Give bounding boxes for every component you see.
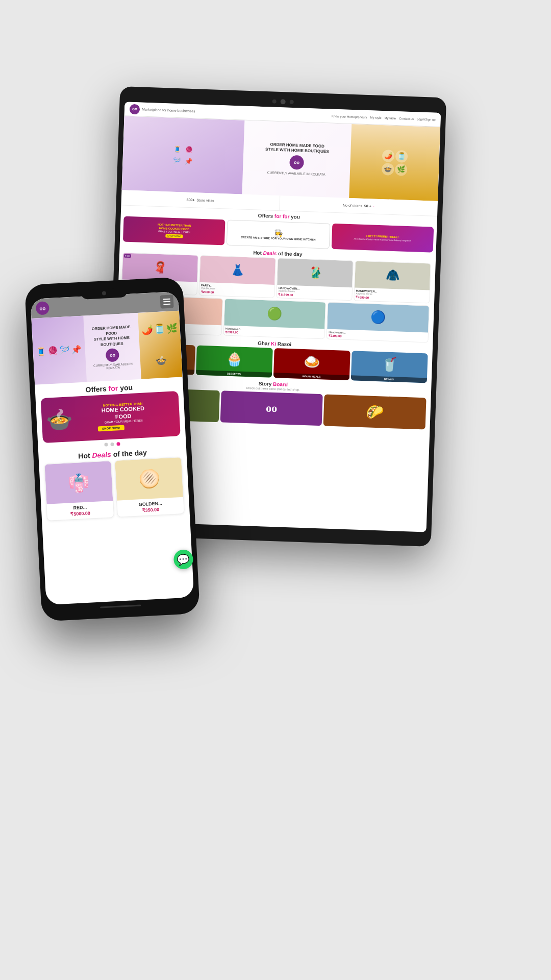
tablet-offer-card-2: 👩‍🍳 CREATE AN E-STORE FOR YOUR OWN HOME … [227,220,330,249]
list-item[interactable]: 🧁 DESSERTS [196,346,273,378]
tablet-story-pre: Story [259,381,272,387]
phone-shell: oo 🧵 🧶 🪡 📌 ORDER HOME MADE FOODSTYLE [24,277,200,621]
phone-hamburger-button[interactable] [160,295,173,308]
tablet-offer-2-icon: 👩‍🍳 [274,229,283,237]
tablet-stat-visits-value: 500+ [186,198,194,202]
tablet-spool-1: 🧵 [172,144,183,155]
phone-spice-1: 🌶️ [141,324,153,336]
story-card-3-icon: 🌮 [366,403,384,421]
tablet-spool-3: 🪡 [171,156,182,166]
tablet-rasoi-ghar: Ghar [258,340,270,347]
phone-offers-post: you [120,383,133,392]
phone-dot-2[interactable] [110,443,114,446]
tablet-spice-4: 🌿 [395,163,408,176]
tablet-story-board: Board [273,381,288,387]
tablet-product-3-img: 🥻 [277,258,353,287]
phone-nav-logo: oo [36,301,49,315]
tablet-rasoi-ki: Ki [271,341,278,347]
phone-spice-2: 🫙 [154,323,165,335]
hamburger-line-2 [163,301,170,303]
tablet-hot-post: of the day [278,251,303,257]
phone-screen: oo 🧵 🧶 🪡 📌 ORDER HOME MADE FOODSTYLE [30,291,194,605]
tablet-offer-3-sub: Advertisement Tools In-Built Business To… [354,237,411,242]
tablet-hero-left: 🧵 🧶 🪡 📌 [121,116,244,194]
tablet-spice-1: 🌶️ [382,150,395,162]
table-row[interactable]: 🥻 HANDWOVEN... Aaghoos Stores ₹11999.00 [276,258,354,301]
phone-product-2-info: GOLDEN... ₹350.00 [117,497,184,517]
hamburger-line-3 [163,304,170,305]
list-item[interactable]: 🥤 DRINKS [351,351,428,383]
list-item[interactable]: 🍛 INDIAN MEALS [273,348,350,380]
tablet-rasoi-rasoi: Rasoi [278,341,292,347]
phone-offer-banner: 🍲 NOTHING BETTER THAN HOME COOKEDFOOD GR… [41,391,181,443]
table-row[interactable]: 🧥 HANDWOVEN... Aaghoos Stores ₹4999.00 [354,260,431,303]
tablet-tagline: Marketplace for home businesses [142,108,195,113]
list-item[interactable]: 🫓 GOLDEN... ₹350.00 [114,457,185,518]
tablet-nav-link-4[interactable]: Contact us [399,117,414,120]
phone-hero-right: 🌶️ 🫙 🌿 🍲 [138,311,183,379]
tablet-product-1-tag: ₹100 [124,254,131,258]
tablet-product-2-img: 👗 [199,256,276,285]
rasoi-desserts-icon: 🧁 [226,351,243,368]
phone-spice-4: 🍲 [155,355,167,366]
table-row[interactable]: 🟢 Handwoven... ₹2399.00 [223,298,326,339]
tablet-camera [281,99,286,104]
tablet-spool-4: 📌 [183,156,194,167]
tablet-product-4-img: 🧥 [355,261,431,290]
phone-device: oo 🧵 🧶 🪡 📌 ORDER HOME MADE FOODSTYLE [24,277,200,621]
tablet-nav-link-3[interactable]: My taste [385,116,396,120]
story-card-2-logo: oo [266,401,278,415]
list-item[interactable]: 👘 RED... ₹5000.00 [44,460,114,521]
tablet-hot-pre: Hot [253,250,262,256]
phone-product-1-img: 👘 [44,461,113,504]
tablet-spice-grid: 🌶️ 🫙 🍲 🌿 [380,147,410,178]
phone-offer-text: NOTHING BETTER THAN HOME COOKEDFOOD GRAB… [101,402,145,424]
phone-hero-logo: oo [106,348,119,362]
table-row[interactable]: 🔵 Handwoven... ₹2399.00 [327,302,430,343]
phone-hero-subtitle: CURRENTLY AVAILABLE IN KOLKATA [88,362,139,371]
phone-dot-3-active[interactable] [116,442,120,446]
tablet-nav-link-1[interactable]: Know your Homepreneurs [332,114,367,118]
tablet-nav-link-5[interactable]: Login/Sign up [417,117,436,121]
hamburger-line-1 [163,299,170,300]
phone-offer-food-icon: 🍲 [45,407,73,433]
phone-logo-icon: oo [36,301,49,315]
tablet-nav-links[interactable]: Know your Homepreneurs My style My taste… [332,114,436,121]
phone-hero-left: 🧵 🧶 🪡 📌 [31,316,86,385]
whatsapp-icon: 💬 [177,553,190,566]
tablet-offers-for: for [283,213,290,219]
list-item[interactable]: 🌮 [323,394,427,429]
list-item[interactable]: oo [220,390,323,426]
tablet-product-6-img: 🟢 [224,299,325,329]
tablet-offers-title-end: you [291,214,300,220]
tablet-spool-grid: 🧵 🧶 🪡 📌 [168,141,197,170]
tablet-offers-title-accent: for [274,213,282,219]
phone-offer-shop-button[interactable]: SHOP NOW! [98,425,124,431]
phone-hero-title: ORDER HOME MADE FOODSTYLE WITH HOME BOUT… [86,324,137,348]
rasoi-drinks-icon: 🥤 [381,356,398,373]
rasoi-meals-label: INDIAN MEALS [273,373,349,380]
tablet-hero-center: ORDER HOME MADE FOODSTYLE WITH HOME BOUT… [242,120,352,198]
tablet-hero-banner: 🧵 🧶 🪡 📌 ORDER HOME MADE FOODSTYLE WITH H… [121,116,440,201]
tablet-offer-2-title: CREATE AN E-STORE FOR YOUR OWN HOME KITC… [241,236,316,241]
tablet-stat-stores-dash: - [373,205,374,208]
tablet-hot-deals-word: Deals [263,250,277,256]
phone-hot-pre: Hot [78,451,90,460]
tablet-nav-link-2[interactable]: My style [370,116,382,119]
tablet-nav-logo: oo Marketplace for home businesses [130,104,195,116]
tablet-stat-stores-label: No of stores [343,203,362,207]
phone-hero-banner: 🧵 🧶 🪡 📌 ORDER HOME MADE FOODSTYLE WITH H… [31,311,182,385]
tablet-offer-1-btn[interactable]: SHOP NOW! [165,234,183,238]
table-row[interactable]: 👗 PARTY... Piya Boutique ₹2000.00 [198,255,276,298]
tablet-product-2-info: PARTY... Piya Boutique ₹2000.00 [199,282,274,298]
phone-hot-post: of the day [113,448,147,458]
phone-dot-1[interactable] [104,443,108,446]
tablet-spice-2: 🫙 [395,150,408,163]
rasoi-drinks-label: DRINKS [351,375,427,383]
rasoi-desserts-label: DESSERTS [196,370,272,378]
phone-hot-deals-word: Deals [92,450,111,459]
phone-spool-2: 🧶 [47,346,58,356]
tablet-offer-card-1: NOTHING BETTER THAN HOME COOKED FOOD GRA… [123,216,226,246]
tablet-hero-logo: oo [289,155,304,170]
phone-offers-for: for [108,384,120,393]
